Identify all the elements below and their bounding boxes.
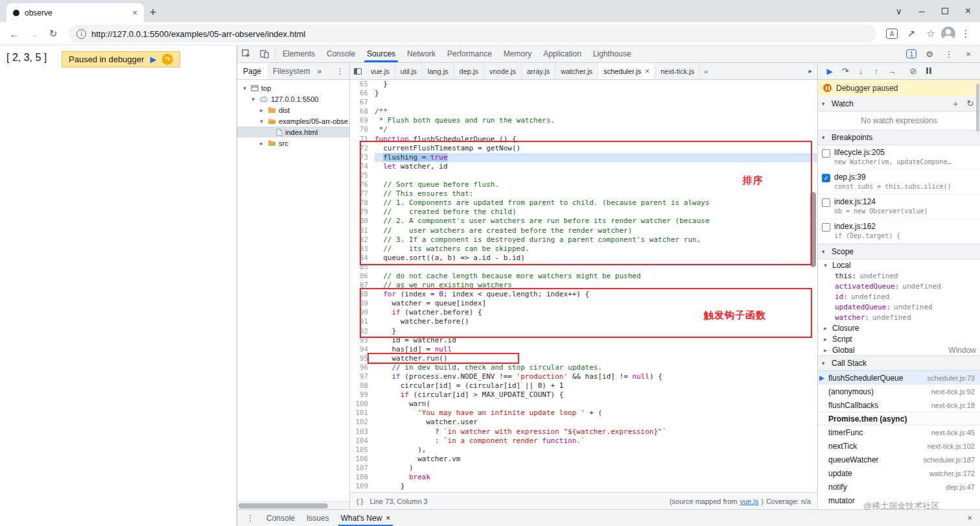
sidebar-scrollbar-thumb[interactable] (976, 84, 979, 132)
tab-lighthouse[interactable]: Lighthouse (587, 45, 637, 62)
chevron-right-icon[interactable]: ▸ (258, 107, 265, 114)
code-line[interactable]: 82 // 3. If a component is destroyed dur… (350, 235, 817, 245)
code-line[interactable]: 70 */ (350, 125, 817, 134)
file-tab-util-js[interactable]: util.js (395, 63, 423, 79)
line-number[interactable]: 70 (350, 125, 375, 134)
navigator-tab-filesystem[interactable]: Filesystem (267, 63, 316, 79)
line-number[interactable]: 66 (350, 89, 375, 98)
code-line[interactable]: 74 let watcher, id (350, 162, 817, 171)
tab-elements[interactable]: Elements (277, 45, 321, 62)
code-line[interactable]: 67 (350, 98, 817, 107)
line-number[interactable]: 82 (350, 235, 375, 245)
code-line[interactable]: 88 for (index = 0; index < queue.length;… (350, 290, 817, 299)
code-line[interactable]: 106 watcher.vm (350, 455, 817, 464)
code-line[interactable]: 65 } (350, 80, 817, 89)
code-line[interactable]: 73 flushing = true (350, 153, 817, 162)
watch-section-header[interactable]: ▾ Watch ＋ ↻ (818, 96, 980, 112)
code-line[interactable]: 84 queue.sort((a, b) => a.id - b.id) (350, 254, 817, 263)
line-number[interactable]: 74 (350, 162, 375, 171)
line-number[interactable]: 94 (350, 345, 375, 354)
line-number[interactable]: 72 (350, 144, 375, 153)
step-into-icon[interactable]: ↓ (854, 66, 867, 76)
code-line[interactable]: 103 ? `in watcher with expression "${wat… (350, 427, 817, 436)
settings-gear-icon[interactable]: ⚙ (920, 49, 939, 59)
chevron-down-icon[interactable]: ▾ (258, 118, 265, 125)
line-number[interactable]: 71 (350, 135, 375, 144)
chevron-right-icon[interactable]: ▸ (822, 347, 829, 353)
scope-variable[interactable]: updatedQueue:undefined (818, 302, 980, 312)
code-line[interactable]: 104 : `in a component render function.` (350, 436, 817, 446)
navigator-tab-page[interactable]: Page (237, 63, 267, 79)
line-number[interactable]: 103 (350, 427, 375, 436)
chevron-down-icon[interactable]: ▾ (250, 96, 257, 102)
code-line[interactable]: 92 } (350, 327, 817, 336)
line-number[interactable]: 76 (350, 180, 375, 189)
code-line[interactable]: 81 // user watchers are created before t… (350, 226, 817, 235)
line-number[interactable]: 81 (350, 226, 375, 235)
code-line[interactable]: 89 watcher = queue[index] (350, 299, 817, 308)
line-number[interactable]: 78 (350, 198, 375, 208)
tab-sources[interactable]: Sources (361, 45, 401, 62)
url-bar[interactable]: i http://127.0.0.1:5500/examples/05-arr-… (69, 25, 876, 43)
line-number[interactable]: 93 (350, 336, 375, 345)
window-maximize-icon[interactable] (942, 8, 948, 14)
line-number[interactable]: 84 (350, 254, 375, 263)
code-line[interactable]: 97 if (process.env.NODE_ENV !== 'product… (350, 372, 817, 381)
code-line[interactable]: 93 id = watcher.id (350, 336, 817, 345)
scope-section-global[interactable]: ▸GlobalWindow (818, 344, 980, 355)
site-info-icon[interactable]: i (76, 29, 86, 39)
line-number[interactable]: 69 (350, 116, 375, 125)
tree-item-dist[interactable]: ▸dist (237, 104, 349, 115)
code-line[interactable]: 85 (350, 263, 817, 272)
window-chevron-icon[interactable]: ∨ (896, 6, 902, 16)
code-line[interactable]: 95 watcher.run() (350, 354, 817, 363)
open-file-icon[interactable]: ▸ (803, 63, 817, 79)
code-line[interactable]: 96 // in dev build, check and stop circu… (350, 363, 817, 372)
breakpoint-checkbox[interactable] (822, 149, 830, 158)
frame-location[interactable]: next-tick.js:92 (931, 388, 975, 396)
resume-script-icon[interactable]: ▶ (150, 54, 156, 64)
scrollbar-thumb[interactable] (239, 503, 328, 508)
code-line[interactable]: 77 // This ensures that: (350, 189, 817, 198)
window-close-icon[interactable]: × (965, 5, 971, 17)
more-tabs-icon[interactable]: » (700, 63, 712, 79)
call-stack-section-header[interactable]: ▾ Call Stack (818, 355, 980, 371)
chevron-down-icon[interactable]: ▾ (241, 85, 248, 91)
back-icon[interactable]: ← (5, 25, 23, 43)
frame-location[interactable]: dep.js:47 (946, 483, 975, 491)
chevron-down-icon[interactable]: ▾ (822, 262, 829, 269)
breakpoint-item[interactable]: lifecycle.js:205new Watcher(vm, updateCo… (818, 145, 980, 170)
line-number[interactable]: 89 (350, 299, 375, 308)
navigator-menu-icon[interactable]: ⋮ (331, 67, 349, 76)
scope-variable[interactable]: activatedQueue:undefined (818, 281, 980, 291)
call-stack-frame[interactable]: ▶flushSchedulerQueuescheduler.js:73 (818, 371, 980, 385)
code-line[interactable]: 99 if (circular[id] > MAX_UPDATE_COUNT) … (350, 390, 817, 400)
line-number[interactable]: 87 (350, 281, 375, 290)
breakpoints-section-header[interactable]: ▾ Breakpoints (818, 130, 980, 145)
file-tab-watcher-js[interactable]: watcher.js (555, 63, 598, 79)
code-line[interactable]: 68/** (350, 107, 817, 116)
console-messages-icon[interactable]: 1 (906, 49, 916, 58)
code-editor[interactable]: 65 }66}6768/**69 * Flush both queues and… (350, 80, 817, 492)
navigator-more-tabs-icon[interactable]: » (317, 67, 321, 76)
url-text[interactable]: http://127.0.0.1:5500/examples/05-arr-ob… (91, 29, 305, 39)
frame-location[interactable]: watcher.js:172 (929, 470, 975, 477)
code-line[interactable]: 83 // its watchers can be skipped. (350, 245, 817, 254)
breakpoint-item[interactable]: dep.js:39const subs = this.subs.slice() (818, 170, 980, 195)
deactivate-breakpoints-icon[interactable]: ⊘ (907, 66, 920, 76)
line-number[interactable]: 65 (350, 80, 375, 89)
chevron-right-icon[interactable]: ▸ (822, 325, 829, 331)
code-line[interactable]: 109 } (350, 482, 817, 491)
breakpoint-checkbox[interactable] (822, 198, 830, 207)
scope-variable[interactable]: watcher:undefined (818, 312, 980, 322)
add-watch-icon[interactable]: ＋ (950, 98, 961, 110)
drawer-tab-what-s-new[interactable]: What's New× (335, 510, 397, 526)
file-tab-vnode-js[interactable]: vnode.js (484, 63, 522, 79)
scope-section-closure[interactable]: ▸Closure (818, 322, 980, 333)
line-number[interactable]: 105 (350, 446, 375, 455)
browser-menu-icon[interactable]: ⋮ (957, 25, 975, 43)
scope-variable[interactable]: id:undefined (818, 291, 980, 302)
line-number[interactable]: 108 (350, 473, 375, 482)
devtools-close-icon[interactable]: × (959, 49, 977, 59)
reload-icon[interactable]: ↻ (44, 25, 62, 43)
